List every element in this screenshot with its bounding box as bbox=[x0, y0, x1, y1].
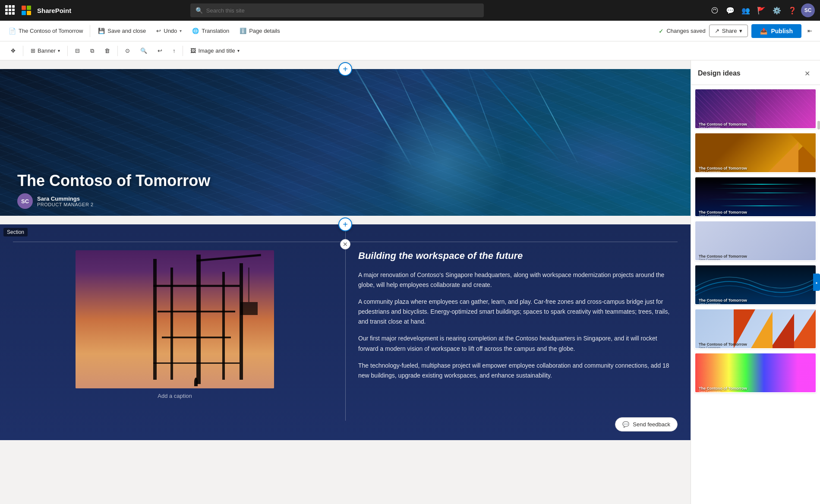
top-navigation: SharePoint 🔍 💬 👥 🚩 ⚙️ ❓ SC bbox=[0, 0, 820, 21]
design-panel-title: Design ideas bbox=[698, 69, 741, 77]
page-crumb[interactable]: 📄 The Contoso of Tomorrow bbox=[5, 26, 86, 36]
share-icon: ↗ bbox=[715, 28, 719, 34]
add-section-above-button[interactable]: + bbox=[338, 62, 352, 76]
publish-label: Publish bbox=[771, 28, 793, 35]
toolbar-divider-1 bbox=[90, 25, 90, 37]
idea-sublabel-5: Sara Cummings bbox=[699, 302, 720, 304]
design-panel-toggle[interactable]: ⬥ bbox=[813, 274, 820, 291]
move-icon: ✥ bbox=[11, 47, 16, 54]
share-button[interactable]: ↗ Share ▾ bbox=[709, 25, 748, 37]
copilot-icon[interactable] bbox=[708, 3, 722, 17]
text-panel[interactable]: Building the workspace of the future A m… bbox=[345, 242, 678, 403]
scrollbar-thumb[interactable] bbox=[817, 121, 820, 129]
idea-sublabel-1: Sara Cummings bbox=[699, 126, 720, 128]
publish-icon: 📤 bbox=[760, 28, 767, 35]
add-above-container: + bbox=[0, 60, 691, 69]
content-divider-v bbox=[345, 224, 346, 421]
translation-button[interactable]: 🌐 Translation bbox=[188, 25, 233, 36]
idea-thumb-6: The Contoso of Tomorrow Sara Cummings bbox=[695, 309, 816, 348]
add-section-between-button[interactable]: + bbox=[338, 217, 352, 231]
design-idea-2[interactable]: The Contoso of Tomorrow Sara Cummings bbox=[694, 132, 817, 173]
section-para-4: The technology-fueled, multiphase projec… bbox=[358, 361, 673, 381]
layout-button[interactable]: ⊟ bbox=[71, 45, 84, 56]
section-remove-button[interactable]: ✕ bbox=[340, 239, 350, 249]
duplicate-button[interactable]: ⧉ bbox=[86, 45, 98, 57]
design-panel-close-button[interactable]: ✕ bbox=[801, 67, 813, 79]
section-para-1: A major renovation of Contoso's Singapor… bbox=[358, 270, 673, 290]
idea-sublabel-2: Sara Cummings bbox=[699, 170, 720, 172]
design-idea-3[interactable]: The Contoso of Tomorrow Sara Cummings bbox=[694, 176, 817, 217]
delete-button[interactable]: 🗑 bbox=[101, 45, 114, 56]
app-name: SharePoint bbox=[37, 7, 71, 14]
feedback-label: Send feedback bbox=[633, 421, 670, 428]
microsoft-logo[interactable] bbox=[22, 6, 31, 15]
move-button[interactable]: ✥ bbox=[7, 45, 19, 56]
design-idea-5[interactable]: The Contoso of Tomorrow Sara Cummings bbox=[694, 265, 817, 305]
design-idea-7[interactable]: The Contoso of Tomorrow Sara Cummings bbox=[694, 353, 817, 393]
move-up-icon: ↑ bbox=[173, 47, 176, 54]
image-panel: Add a caption bbox=[13, 242, 345, 403]
construction-image[interactable] bbox=[76, 250, 274, 388]
ed-divider-4 bbox=[183, 46, 183, 56]
section-heading: Building the workspace of the future bbox=[358, 250, 673, 261]
section-para-2: A community plaza where employees can ga… bbox=[358, 297, 673, 327]
add-between-container: + bbox=[0, 216, 691, 224]
share-arrow: ▾ bbox=[739, 28, 742, 34]
image-title-button[interactable]: 🖼 Image and title ▾ bbox=[186, 45, 243, 56]
banner-label: Banner bbox=[38, 47, 56, 54]
design-idea-4[interactable]: The Contoso of Tomorrow Sara Cummings bbox=[694, 220, 817, 261]
canvas-area[interactable]: + The Contoso of Tomorrow SC Sara Cummin… bbox=[0, 60, 691, 504]
idea-thumb-7: The Contoso of Tomorrow Sara Cummings bbox=[695, 353, 816, 392]
ed-divider-3 bbox=[117, 46, 118, 56]
section-area[interactable]: Section ✕ bbox=[0, 224, 691, 440]
save-close-label: Save and close bbox=[107, 28, 146, 34]
undo-ed-button[interactable]: ↩ bbox=[154, 45, 166, 56]
user-avatar[interactable]: SC bbox=[801, 3, 815, 17]
flag-icon[interactable]: 🚩 bbox=[754, 3, 768, 17]
zoom-button[interactable]: 🔍 bbox=[136, 45, 151, 56]
search-input[interactable] bbox=[206, 7, 479, 14]
nav-right-icons: 💬 👥 🚩 ⚙️ ❓ SC bbox=[708, 3, 815, 17]
undo-ed-icon: ↩ bbox=[158, 47, 162, 54]
author-avatar: SC bbox=[17, 193, 33, 209]
author-role: PRODUCT MANAGER 2 bbox=[37, 202, 94, 207]
feedback-icon: 💬 bbox=[622, 421, 629, 428]
design-ideas-list[interactable]: The Contoso of Tomorrow Sara Cummings Th… bbox=[691, 85, 820, 504]
banner-arrow: ▾ bbox=[58, 48, 60, 53]
author-name: Sara Cummings bbox=[37, 195, 94, 202]
collapse-button[interactable]: ⇤ bbox=[805, 26, 815, 36]
app-launcher-icon[interactable] bbox=[5, 5, 16, 16]
ed-divider-1 bbox=[23, 46, 23, 56]
layout-icon: ⊟ bbox=[75, 47, 80, 54]
idea-thumb-5: The Contoso of Tomorrow Sara Cummings bbox=[695, 265, 816, 304]
settings-icon: ⊙ bbox=[125, 47, 130, 54]
search-bar[interactable]: 🔍 bbox=[190, 3, 484, 17]
banner-title: The Contoso of Tomorrow bbox=[17, 172, 210, 190]
move-up-button[interactable]: ↑ bbox=[169, 45, 180, 56]
banner-button[interactable]: ⊞ Banner ▾ bbox=[27, 45, 64, 56]
banner-section[interactable]: The Contoso of Tomorrow SC Sara Cummings… bbox=[0, 69, 691, 216]
page-details-button[interactable]: ℹ️ Page details bbox=[235, 25, 284, 36]
image-caption[interactable]: Add a caption bbox=[158, 393, 192, 399]
translation-label: Translation bbox=[202, 28, 229, 34]
zoom-icon: 🔍 bbox=[140, 47, 147, 54]
chat-icon[interactable]: 💬 bbox=[723, 3, 737, 17]
save-close-button[interactable]: 💾 Save and close bbox=[94, 25, 150, 36]
image-title-icon: 🖼 bbox=[190, 47, 196, 54]
ed-divider-2 bbox=[67, 46, 68, 56]
editor-main: + The Contoso of Tomorrow SC Sara Cummin… bbox=[0, 60, 820, 504]
idea-sublabel-4: Sara Cummings bbox=[699, 258, 720, 260]
idea-thumb-2: The Contoso of Tomorrow Sara Cummings bbox=[695, 133, 816, 172]
crane-elements bbox=[76, 250, 274, 388]
settings-btn[interactable]: ⊙ bbox=[121, 45, 134, 56]
changes-saved-status: ✓ Changes saved bbox=[659, 28, 705, 35]
banner-author: SC Sara Cummings PRODUCT MANAGER 2 bbox=[17, 193, 94, 209]
people-icon[interactable]: 👥 bbox=[739, 3, 753, 17]
send-feedback-button[interactable]: 💬 Send feedback bbox=[615, 417, 678, 432]
design-idea-1[interactable]: The Contoso of Tomorrow Sara Cummings bbox=[694, 88, 817, 129]
design-idea-6[interactable]: The Contoso of Tomorrow Sara Cummings bbox=[694, 309, 817, 349]
settings-icon[interactable]: ⚙️ bbox=[770, 3, 784, 17]
publish-button[interactable]: 📤 Publish bbox=[751, 24, 801, 38]
undo-button[interactable]: ↩ Undo ▾ bbox=[152, 25, 186, 36]
help-icon[interactable]: ❓ bbox=[785, 3, 799, 17]
